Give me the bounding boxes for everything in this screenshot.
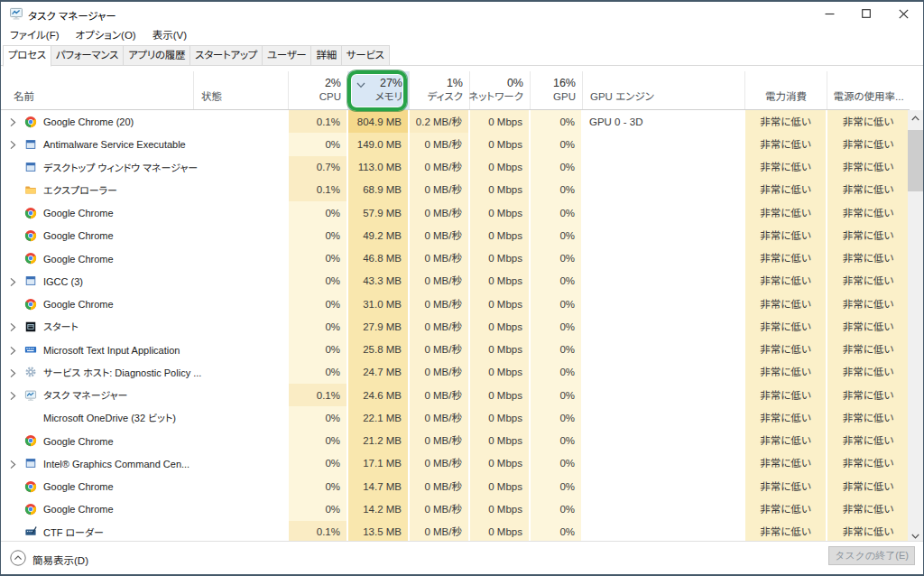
column-header-memory[interactable]: 27%メモリ	[347, 71, 409, 109]
expand-chevron-icon[interactable]	[10, 117, 16, 127]
expand-chevron-icon[interactable]	[10, 460, 16, 469]
process-row[interactable]: Google Chrome (20)0.1%804.9 MB0.2 MB/秒0 …	[1, 110, 910, 133]
gpu-engine-cell: GPU 0 - 3D	[582, 110, 744, 133]
process-row[interactable]: Google Chrome0%57.9 MB0 MB/秒0 Mbps0%非常に低…	[1, 201, 910, 224]
process-row[interactable]: Google Chrome0%49.2 MB0 MB/秒0 Mbps0%非常に低…	[1, 224, 910, 246]
column-header-disk[interactable]: 1%ディスク	[409, 71, 469, 109]
tab-services[interactable]: サービス	[342, 45, 390, 66]
menu-item-options[interactable]: オプション(O)	[68, 25, 144, 45]
process-row[interactable]: Antimalware Service Executable0%149.0 MB…	[1, 133, 910, 155]
process-row[interactable]: Google Chrome0%21.2 MB0 MB/秒0 Mbps0%非常に低…	[1, 430, 910, 452]
column-header-gpu-engine[interactable]: GPU エンジン	[582, 71, 744, 109]
network-cell: 0 Mbps	[469, 224, 530, 246]
tab-startup[interactable]: スタートアップ	[190, 45, 263, 66]
process-row[interactable]: CTF ローダー0.1%13.5 MB0 MB/秒0 Mbps0%非常に低い非常…	[1, 521, 910, 543]
process-row[interactable]: Google Chrome0%46.8 MB0 MB/秒0 Mbps0%非常に低…	[1, 247, 910, 270]
expand-chevron-icon[interactable]	[10, 277, 16, 287]
gpu-engine-cell	[582, 179, 744, 201]
scrollbar-thumb[interactable]	[908, 130, 923, 191]
process-row[interactable]: スタート0%27.9 MB0 MB/秒0 Mbps0%非常に低い非常に低い	[1, 315, 910, 338]
gpu-cell: 0%	[530, 270, 582, 293]
expand-chevron-icon[interactable]	[10, 368, 16, 378]
network-cell: 0 Mbps	[469, 156, 530, 179]
status-cell	[193, 247, 288, 270]
menu-item-view[interactable]: 表示(V)	[144, 25, 195, 45]
chrome-icon	[24, 503, 37, 516]
cpu-cell: 0%	[288, 224, 347, 246]
collapse-details-label[interactable]: 簡易表示(D)	[32, 553, 88, 567]
maximize-button[interactable]	[848, 2, 884, 25]
memory-cell: 49.2 MB	[347, 224, 409, 246]
gpu-engine-cell	[582, 475, 744, 497]
vertical-scrollbar[interactable]	[908, 110, 923, 543]
tab-app-history[interactable]: アプリの履歴	[124, 45, 190, 66]
power-cell: 非常に低い	[744, 452, 827, 475]
power-cell: 非常に低い	[744, 133, 827, 155]
collapse-details-icon[interactable]	[10, 550, 26, 566]
gpu-cell: 0%	[530, 247, 582, 270]
column-header-power[interactable]: 電力消費	[744, 71, 827, 109]
process-name-cell: Google Chrome (20)	[1, 110, 193, 133]
chrome-icon	[24, 298, 37, 311]
network-cell: 0 Mbps	[469, 497, 530, 520]
power-trend-cell: 非常に低い	[827, 339, 910, 361]
network-cell: 0 Mbps	[469, 270, 530, 293]
process-row[interactable]: IGCC (3)0%43.3 MB0 MB/秒0 Mbps0%非常に低い非常に低…	[1, 270, 910, 293]
process-name: IGCC (3)	[43, 275, 83, 288]
menu-item-file[interactable]: ファイル(F)	[1, 25, 68, 45]
power-cell: 非常に低い	[744, 339, 827, 361]
process-row[interactable]: Google Chrome0%31.0 MB0 MB/秒0 Mbps0%非常に低…	[1, 293, 910, 315]
disk-cell: 0 MB/秒	[409, 156, 469, 179]
memory-cell: 24.6 MB	[347, 384, 409, 406]
disk-cell: 0 MB/秒	[409, 315, 469, 338]
tab-users[interactable]: ユーザー	[263, 45, 312, 66]
gear-icon	[24, 366, 37, 378]
memory-cell: 149.0 MB	[347, 133, 409, 155]
column-header-cpu[interactable]: 2%CPU	[288, 71, 347, 109]
process-row[interactable]: Google Chrome0%14.7 MB0 MB/秒0 Mbps0%非常に低…	[1, 475, 910, 497]
power-cell: 非常に低い	[744, 475, 827, 497]
column-header-power-trend[interactable]: 電源の使用率...	[827, 71, 910, 109]
memory-cell: 21.2 MB	[347, 430, 409, 452]
network-cell: 0 Mbps	[469, 430, 530, 452]
process-name: Google Chrome	[43, 298, 114, 311]
tab-processes[interactable]: プロセス	[3, 45, 51, 67]
network-cell: 0 Mbps	[469, 339, 530, 361]
column-header-gpu[interactable]: 16%GPU	[530, 71, 582, 109]
title-bar: タスク マネージャー	[1, 2, 923, 25]
scrollbar-up-arrow-icon[interactable]	[908, 110, 923, 125]
process-name-cell: Microsoft Text Input Application	[1, 339, 193, 361]
process-row[interactable]: エクスプローラー0.1%68.9 MB0 MB/秒0 Mbps0%非常に低い非常…	[1, 179, 910, 201]
app-window-icon	[24, 457, 37, 469]
end-task-button[interactable]: タスクの終了(E)	[828, 546, 915, 565]
minimize-button[interactable]	[811, 2, 847, 25]
expand-chevron-icon[interactable]	[10, 346, 16, 356]
column-header-name[interactable]: 名前	[1, 71, 193, 109]
process-name: Google Chrome	[43, 253, 114, 265]
column-header-network[interactable]: 0%ネットワーク	[469, 71, 530, 109]
tab-performance[interactable]: パフォーマンス	[51, 45, 124, 66]
process-row[interactable]: Microsoft Text Input Application0%25.8 M…	[1, 339, 910, 361]
process-name: デスクトップ ウィンドウ マネージャー	[43, 162, 198, 174]
power-cell: 非常に低い	[744, 179, 827, 201]
expand-chevron-icon[interactable]	[10, 140, 16, 150]
column-header-status[interactable]: 状態	[193, 71, 288, 109]
process-row[interactable]: Google Chrome0%14.2 MB0 MB/秒0 Mbps0%非常に低…	[1, 497, 910, 520]
cpu-cell: 0%	[288, 361, 347, 384]
tab-details[interactable]: 詳細	[311, 45, 341, 66]
disk-cell: 0 MB/秒	[409, 339, 469, 361]
process-row[interactable]: サービス ホスト: Diagnostic Policy ...0%24.7 MB…	[1, 361, 910, 384]
process-row[interactable]: Microsoft OneDrive (32 ビット)0%22.1 MB0 MB…	[1, 406, 910, 429]
process-row[interactable]: デスクトップ ウィンドウ マネージャー0.7%113.0 MB0 MB/秒0 M…	[1, 156, 910, 179]
power-trend-cell: 非常に低い	[827, 406, 910, 429]
disk-cell: 0 MB/秒	[409, 247, 469, 270]
column-total-memory: 27%	[380, 77, 402, 89]
expand-chevron-icon[interactable]	[10, 391, 16, 401]
power-trend-cell: 非常に低い	[827, 475, 910, 497]
gpu-cell: 0%	[530, 475, 582, 497]
process-row[interactable]: Intel® Graphics Command Cen...0%17.1 MB0…	[1, 452, 910, 475]
process-row[interactable]: タスク マネージャー0.1%24.6 MB0 MB/秒0 Mbps0%非常に低い…	[1, 384, 910, 406]
chrome-icon	[24, 207, 37, 219]
close-button[interactable]	[885, 2, 921, 25]
expand-chevron-icon[interactable]	[10, 322, 16, 332]
